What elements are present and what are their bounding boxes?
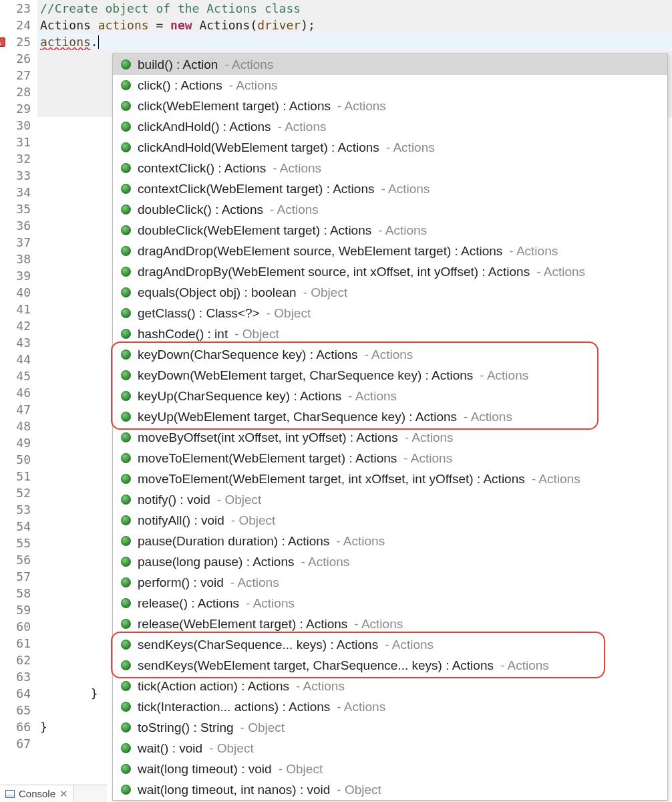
code-line[interactable]: 23//Create object of the Actions class (0, 0, 672, 17)
completion-origin: Actions (532, 472, 580, 487)
completion-item[interactable]: wait() : voidObject (113, 738, 667, 759)
line-number: 23 (0, 0, 37, 17)
completion-item[interactable]: wait(long timeout) : voidObject (113, 759, 667, 779)
completion-item[interactable]: equals(Object obj) : booleanObject (113, 282, 667, 303)
method-icon (121, 640, 131, 650)
completion-signature: perform() : void (138, 575, 224, 590)
completion-item[interactable]: moveToElement(WebElement target, int xOf… (113, 469, 667, 489)
method-icon (121, 577, 131, 587)
completion-item[interactable]: moveToElement(WebElement target) : Actio… (113, 448, 667, 469)
completion-signature: keyUp(CharSequence key) : Actions (138, 389, 341, 404)
completion-item[interactable]: clickAndHold() : ActionsActions (113, 116, 667, 137)
completion-origin: Actions (480, 368, 528, 383)
completion-origin: Actions (500, 658, 549, 673)
method-icon (121, 370, 131, 380)
completion-item[interactable]: perform() : voidActions (113, 572, 667, 593)
completion-item[interactable]: keyUp(WebElement target, CharSequence ke… (113, 406, 667, 427)
line-number: 31 (0, 134, 37, 150)
completion-item[interactable]: sendKeys(CharSequence... keys) : Actions… (113, 634, 667, 655)
completion-item[interactable]: keyDown(WebElement target, CharSequence … (113, 365, 667, 386)
completion-item[interactable]: toString() : StringObject (113, 717, 667, 738)
method-icon (121, 308, 131, 318)
completion-item[interactable]: sendKeys(WebElement target, CharSequence… (113, 655, 667, 676)
method-icon (121, 246, 131, 256)
line-number: 45 (0, 368, 37, 384)
line-number: 35 (0, 200, 37, 217)
bottom-tab-bar: Console ✕ (0, 785, 107, 802)
method-icon (121, 660, 131, 670)
completion-signature: getClass() : Class<?> (138, 306, 260, 321)
completion-signature: wait(long timeout, int nanos) : void (138, 783, 330, 797)
completion-item[interactable]: release(WebElement target) : ActionsActi… (113, 614, 667, 634)
code-line[interactable]: 25actions. (0, 33, 672, 50)
completion-origin: Object (240, 720, 285, 735)
code-line[interactable]: 24Actions actions = new Actions(driver); (0, 17, 672, 33)
completion-origin: Actions (278, 120, 327, 134)
code-cell[interactable]: Actions actions = new Actions(driver); (37, 17, 672, 33)
completion-item[interactable]: build() : ActionActions (113, 54, 667, 75)
line-number: 60 (0, 618, 37, 635)
completion-origin: Actions (224, 57, 273, 72)
close-icon[interactable]: ✕ (59, 788, 68, 800)
completion-item[interactable]: doubleClick(WebElement target) : Actions… (113, 220, 667, 241)
method-icon (121, 557, 131, 567)
line-number: 41 (0, 301, 37, 317)
line-number: 63 (0, 668, 37, 685)
completion-item[interactable]: pause(Duration duration) : ActionsAction… (113, 531, 667, 551)
code-cell[interactable]: //Create object of the Actions class (37, 0, 672, 17)
completion-signature: tick(Action action) : Actions (138, 679, 289, 694)
line-number: 65 (0, 702, 37, 718)
completion-item[interactable]: contextClick() : ActionsActions (113, 158, 667, 178)
console-tab[interactable]: Console ✕ (0, 785, 74, 802)
line-number: 24 (0, 17, 37, 33)
completion-item[interactable]: notify() : voidObject (113, 489, 667, 510)
method-icon (121, 743, 131, 753)
line-number: 40 (0, 284, 37, 301)
method-icon (121, 329, 131, 339)
autocomplete-popup[interactable]: build() : ActionActionsclick() : Actions… (112, 53, 668, 801)
completion-signature: equals(Object obj) : boolean (138, 285, 297, 300)
method-icon (121, 350, 131, 360)
completion-item[interactable]: click() : ActionsActions (113, 75, 667, 96)
completion-item[interactable]: hashCode() : intObject (113, 323, 667, 344)
completion-origin: Actions (381, 182, 430, 196)
completion-item[interactable]: tick(Action action) : ActionsActions (113, 676, 667, 696)
method-icon (121, 59, 131, 70)
completion-origin: Actions (337, 99, 386, 114)
completion-origin: Actions (536, 265, 585, 279)
completion-origin: Object (279, 762, 323, 777)
completion-origin: Object (231, 513, 276, 528)
completion-item[interactable]: contextClick(WebElement target) : Action… (113, 178, 667, 199)
line-number: 44 (0, 351, 37, 368)
completion-item[interactable]: wait(long timeout, int nanos) : voidObje… (113, 779, 667, 800)
completion-item[interactable]: getClass() : Class<?>Object (113, 303, 667, 323)
method-icon (121, 225, 131, 235)
completion-signature: keyDown(CharSequence key) : Actions (138, 348, 358, 362)
method-icon (121, 142, 131, 152)
method-icon (121, 101, 131, 111)
completion-item[interactable]: doubleClick() : ActionsActions (113, 199, 667, 220)
completion-item[interactable]: notifyAll() : voidObject (113, 510, 667, 531)
code-cell[interactable]: actions. (37, 33, 672, 50)
completion-item[interactable]: keyUp(CharSequence key) : ActionsActions (113, 386, 667, 406)
completion-item[interactable]: pause(long pause) : ActionsActions (113, 551, 667, 572)
completion-item[interactable]: click(WebElement target) : ActionsAction… (113, 96, 667, 116)
completion-item[interactable]: dragAndDrop(WebElement source, WebElemen… (113, 241, 667, 261)
method-icon (121, 122, 131, 132)
completion-origin: Actions (405, 430, 454, 445)
completion-item[interactable]: clickAndHold(WebElement target) : Action… (113, 137, 667, 158)
completion-signature: release() : Actions (138, 596, 239, 611)
completion-origin: Object (209, 741, 254, 756)
line-number: 51 (0, 468, 37, 485)
completion-item[interactable]: release() : ActionsActions (113, 593, 667, 614)
completion-signature: doubleClick(WebElement target) : Actions (138, 223, 371, 238)
completion-signature: dragAndDropBy(WebElement source, int xOf… (138, 265, 530, 279)
error-token: actions (40, 35, 91, 49)
completion-item[interactable]: dragAndDropBy(WebElement source, int xOf… (113, 261, 667, 282)
completion-signature: moveToElement(WebElement target) : Actio… (138, 451, 397, 466)
method-icon (121, 184, 131, 194)
completion-item[interactable]: tick(Interaction... actions) : ActionsAc… (113, 696, 667, 717)
completion-signature: click() : Actions (138, 78, 222, 93)
completion-item[interactable]: keyDown(CharSequence key) : ActionsActio… (113, 344, 667, 365)
completion-item[interactable]: moveByOffset(int xOffset, int yOffset) :… (113, 427, 667, 448)
